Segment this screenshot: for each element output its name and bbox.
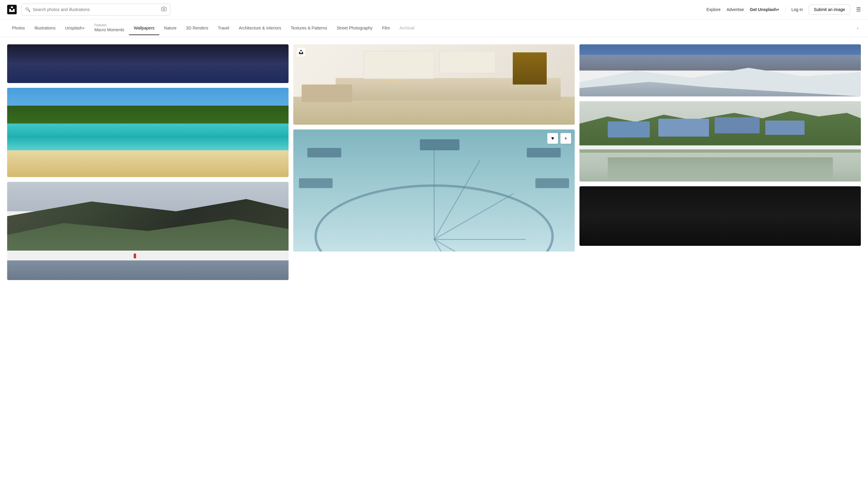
nav-scroll-right[interactable]: › — [855, 22, 861, 35]
nav-item-illustrations[interactable]: Illustrations — [30, 22, 60, 35]
photo-card-beach[interactable] — [7, 88, 289, 177]
nav-item-travel[interactable]: Travel — [213, 22, 234, 35]
nav-item-3d-renders[interactable]: 3D Renders — [181, 22, 213, 35]
photo-card-dark-top[interactable] — [7, 44, 289, 83]
photo-col-3 — [579, 44, 861, 246]
visual-search-button[interactable] — [161, 6, 166, 13]
photo-overlay — [293, 129, 575, 252]
photo-card-snowy-mountain[interactable] — [579, 44, 861, 96]
search-icon: 🔍 — [25, 7, 30, 12]
photo-card-mountain[interactable] — [7, 182, 289, 280]
photo-overlay — [7, 182, 289, 280]
photo-card-interior[interactable] — [293, 44, 575, 125]
nav-item-film[interactable]: Film — [377, 22, 394, 35]
svg-point-0 — [163, 8, 165, 10]
menu-button[interactable]: ☰ — [856, 6, 861, 13]
search-bar[interactable]: 🔍 — [22, 3, 170, 15]
photo-card-houses-water[interactable] — [579, 101, 861, 182]
nav-item-unsplash-plus[interactable]: Unsplash+ — [60, 22, 89, 35]
photo-card-ferris-wheel[interactable]: ♥ + — [293, 129, 575, 252]
photo-overlay — [7, 88, 289, 177]
photo-overlay — [293, 44, 575, 125]
photo-overlay — [579, 101, 861, 182]
header-nav: Explore Advertise Get Unsplash+ Log in S… — [706, 4, 861, 15]
advertise-link[interactable]: Advertise — [727, 7, 744, 12]
nav-item-textures[interactable]: Textures & Patterns — [286, 22, 332, 35]
photo-col-1 — [7, 44, 289, 280]
explore-link[interactable]: Explore — [706, 7, 720, 12]
get-unsplash-link[interactable]: Get Unsplash+ — [750, 7, 779, 12]
nav-item-photos[interactable]: Photos — [7, 22, 30, 35]
photo-overlay — [579, 186, 861, 246]
nav-item-wallpapers[interactable]: Wallpapers — [129, 22, 159, 35]
photo-overlay — [7, 44, 289, 83]
logo-icon — [9, 6, 15, 13]
header: 🔍 Explore Advertise Get Unsplash+ Log in… — [0, 0, 868, 19]
nav-item-archival[interactable]: Archival — [395, 22, 419, 35]
nav-item-nature[interactable]: Nature — [159, 22, 181, 35]
photo-col-2: ♥ + — [293, 44, 575, 252]
nav-item-street-photography[interactable]: Street Photography — [332, 22, 378, 35]
featured-label: Featured — [94, 24, 106, 27]
unsplash-logo[interactable] — [7, 5, 17, 14]
search-input[interactable] — [33, 7, 159, 12]
photo-card-dark-bottom[interactable] — [579, 186, 861, 246]
photo-overlay — [579, 44, 861, 96]
secondary-nav: Photos Illustrations Unsplash+ Featured … — [0, 19, 868, 37]
login-link[interactable]: Log in — [792, 7, 803, 12]
photo-grid: ♥ + — [7, 44, 861, 280]
nav-item-macro-moments[interactable]: Featured Macro Moments — [89, 19, 129, 37]
main-content: ♥ + — [0, 37, 868, 287]
nav-item-architecture[interactable]: Architecture & Interiors — [234, 22, 286, 35]
submit-image-button[interactable]: Submit an image — [809, 4, 850, 15]
